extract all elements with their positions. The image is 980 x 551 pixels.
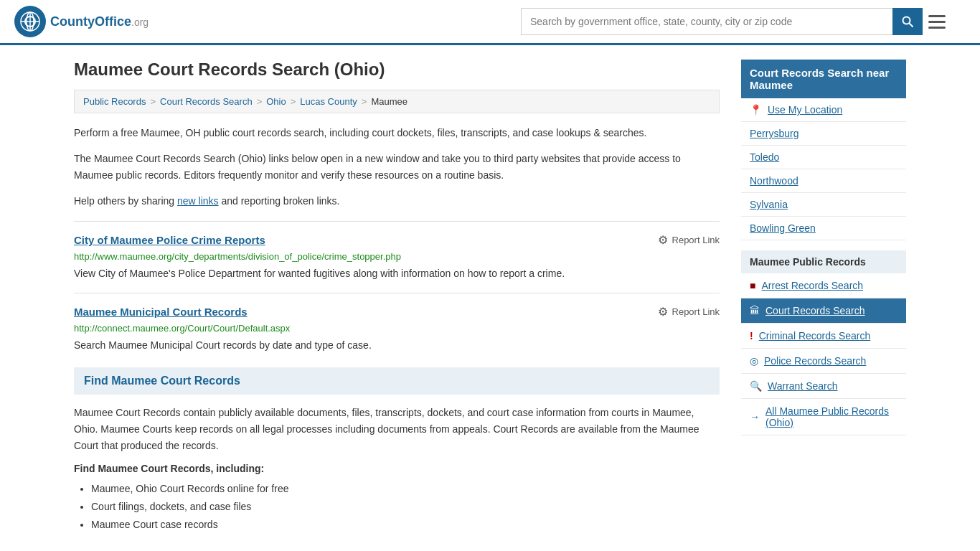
sidebar-link-5[interactable]: All Maumee Public Records (Ohio): [765, 405, 897, 428]
breadcrumb: Public Records > Court Records Search > …: [74, 90, 720, 113]
sidebar-icon-3: ◎: [750, 355, 758, 367]
sidebar-near-link-0[interactable]: Perrysburg: [750, 128, 798, 139]
site-header: CountyOffice.org: [0, 0, 980, 45]
location-pin-icon: 📍: [750, 104, 762, 116]
sidebar-icon-2: !: [750, 330, 753, 342]
sidebar-use-location[interactable]: 📍 Use My Location: [741, 98, 906, 122]
sidebar-near-4[interactable]: Bowling Green: [741, 217, 906, 240]
sidebar-public-item-1[interactable]: 🏛 Court Records Search: [741, 298, 906, 324]
sidebar-use-location-link[interactable]: Use My Location: [768, 104, 842, 116]
sidebar-icon-4: 🔍: [750, 380, 762, 392]
record-desc-1: Search Maumee Municipal Court records by…: [74, 338, 720, 353]
sidebar-near-link-4[interactable]: Bowling Green: [750, 222, 816, 234]
breadcrumb-link-2[interactable]: Ohio: [266, 96, 286, 107]
bullet-item-0: Maumee, Ohio Court Records online for fr…: [91, 480, 720, 498]
page-title: Maumee Court Records Search (Ohio): [74, 60, 720, 80]
breadcrumb-link-3[interactable]: Lucas County: [300, 96, 357, 107]
report-link-label-0: Report Link: [672, 235, 720, 245]
breadcrumb-sep-0: >: [150, 96, 156, 107]
record-link-title-0[interactable]: City of Maumee Police Crime Reports: [74, 234, 265, 246]
sidebar-link-4[interactable]: Warrant Search: [768, 380, 838, 392]
record-link-0: City of Maumee Police Crime Reports ⚙ Re…: [74, 221, 720, 281]
sidebar-near-1[interactable]: Toledo: [741, 146, 906, 169]
main-content: Maumee Court Records Search (Ohio) Publi…: [74, 60, 720, 534]
report-link-label-1: Report Link: [672, 306, 720, 317]
sidebar-public-item-0[interactable]: ■ Arrest Records Search: [741, 273, 906, 298]
svg-line-6: [910, 24, 913, 27]
section-heading: Find Maumee Court Records: [74, 367, 720, 395]
sidebar-near-3[interactable]: Sylvania: [741, 193, 906, 217]
breadcrumb-link-0[interactable]: Public Records: [83, 96, 146, 107]
menu-bar-1: [928, 15, 946, 17]
record-desc-0: View City of Maumee's Police Department …: [74, 266, 720, 281]
sidebar-public-item-5[interactable]: → All Maumee Public Records (Ohio): [741, 399, 906, 435]
sidebar-link-2[interactable]: Criminal Records Search: [759, 330, 871, 342]
report-link-icon-0: ⚙: [658, 233, 668, 247]
desc-paragraph-1: Perform a free Maumee, OH public court r…: [74, 125, 720, 141]
sidebar-public-item-2[interactable]: ! Criminal Records Search: [741, 324, 906, 349]
menu-button[interactable]: [923, 12, 951, 32]
breadcrumb-sep-2: >: [291, 96, 296, 107]
record-link-header-1: Maumee Municipal Court Records ⚙ Report …: [74, 305, 720, 319]
sidebar-near-link-1[interactable]: Toledo: [750, 151, 779, 163]
menu-bar-2: [928, 21, 946, 23]
desc-paragraph-2: The Maumee Court Records Search (Ohio) l…: [74, 151, 720, 183]
sidebar-icon-5: →: [750, 411, 760, 423]
search-input[interactable]: [521, 8, 892, 35]
breadcrumb-current: Maumee: [371, 96, 407, 107]
sidebar-link-3[interactable]: Police Records Search: [764, 355, 866, 367]
bullet-item-2: Maumee Court case records: [91, 516, 720, 534]
sidebar: Court Records Search near Maumee 📍 Use M…: [741, 60, 906, 534]
sidebar-icon-1: 🏛: [750, 305, 760, 316]
record-link-1: Maumee Municipal Court Records ⚙ Report …: [74, 293, 720, 353]
sidebar-near-link-3[interactable]: Sylvania: [750, 199, 788, 210]
report-link-button-0[interactable]: ⚙ Report Link: [658, 233, 720, 247]
sidebar-near-link-2[interactable]: Northwood: [750, 175, 798, 187]
breadcrumb-link-1[interactable]: Court Records Search: [160, 96, 253, 107]
sidebar-public-item-3[interactable]: ◎ Police Records Search: [741, 349, 906, 374]
record-link-header-0: City of Maumee Police Crime Reports ⚙ Re…: [74, 233, 720, 247]
search-button[interactable]: [892, 8, 923, 35]
content-wrapper: Maumee Court Records Search (Ohio) Publi…: [60, 45, 920, 548]
sidebar-near-2[interactable]: Northwood: [741, 169, 906, 193]
bullet-item-1: Court filings, dockets, and case files: [91, 498, 720, 516]
logo-text: CountyOffice.org: [50, 14, 149, 29]
section-body-1: Maumee Court Records contain publicly av…: [74, 405, 720, 454]
sidebar-near-title: Court Records Search near Maumee: [741, 60, 906, 98]
sidebar-icon-0: ■: [750, 280, 755, 291]
search-area: [521, 8, 951, 35]
bullet-list: Maumee, Ohio Court Records online for fr…: [91, 480, 720, 534]
sidebar-near-0[interactable]: Perrysburg: [741, 122, 906, 146]
sidebar-public-item-4[interactable]: 🔍 Warrant Search: [741, 374, 906, 399]
sidebar-public-title: Maumee Public Records: [741, 250, 906, 273]
record-url-0[interactable]: http://www.maumee.org/city_departments/d…: [74, 251, 720, 262]
logo-icon: [14, 6, 46, 37]
record-link-title-1[interactable]: Maumee Municipal Court Records: [74, 306, 248, 318]
report-link-icon-1: ⚙: [658, 305, 668, 319]
logo-area[interactable]: CountyOffice.org: [14, 6, 149, 37]
sidebar-link-0[interactable]: Arrest Records Search: [761, 280, 863, 291]
menu-bar-3: [928, 27, 946, 29]
breadcrumb-sep-3: >: [362, 96, 367, 107]
report-link-button-1[interactable]: ⚙ Report Link: [658, 305, 720, 319]
desc-paragraph-3: Help others by sharing new links and rep…: [74, 193, 720, 209]
breadcrumb-sep-1: >: [257, 96, 263, 107]
record-url-1[interactable]: http://connect.maumee.org/Court/Court/De…: [74, 323, 720, 334]
section-bold-label: Find Maumee Court Records, including:: [74, 463, 720, 474]
new-links-link[interactable]: new links: [177, 195, 219, 207]
sidebar-link-1[interactable]: Court Records Search: [765, 305, 865, 316]
search-icon: [902, 16, 913, 27]
